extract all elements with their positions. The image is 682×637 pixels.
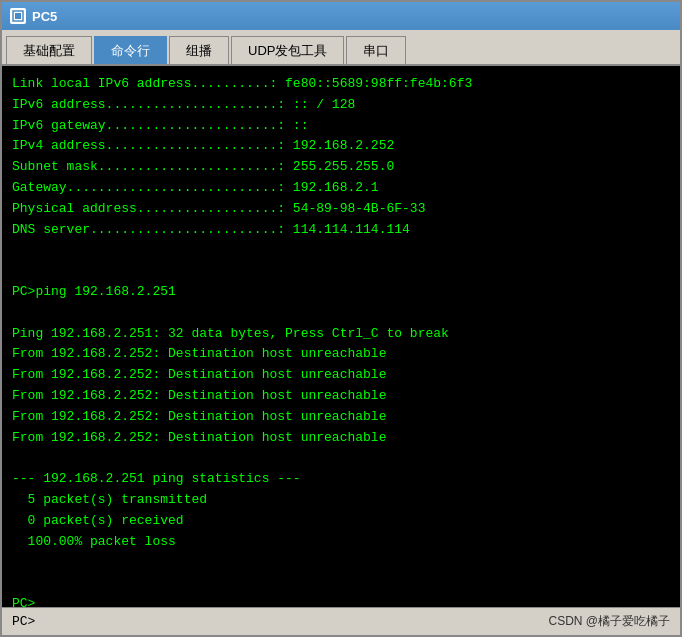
tab-command-line[interactable]: 命令行 [94, 36, 167, 64]
bottom-bar: PC> CSDN @橘子爱吃橘子 [2, 607, 680, 635]
tab-udp-tool[interactable]: UDP发包工具 [231, 36, 344, 64]
tab-basic-config[interactable]: 基础配置 [6, 36, 92, 64]
terminal-prompt: PC> [12, 614, 35, 629]
svg-rect-1 [15, 13, 21, 19]
tab-bar: 基础配置 命令行 组播 UDP发包工具 串口 [2, 30, 680, 66]
tab-serial[interactable]: 串口 [346, 36, 406, 64]
terminal-area[interactable]: Link local IPv6 address..........: fe80:… [2, 66, 680, 607]
window: PC5 基础配置 命令行 组播 UDP发包工具 串口 Link local IP… [0, 0, 682, 637]
tab-multicast[interactable]: 组播 [169, 36, 229, 64]
window-title: PC5 [32, 9, 57, 24]
title-bar: PC5 [2, 2, 680, 30]
terminal-output: Link local IPv6 address..........: fe80:… [12, 74, 670, 607]
watermark: CSDN @橘子爱吃橘子 [548, 613, 670, 630]
window-icon [10, 8, 26, 24]
